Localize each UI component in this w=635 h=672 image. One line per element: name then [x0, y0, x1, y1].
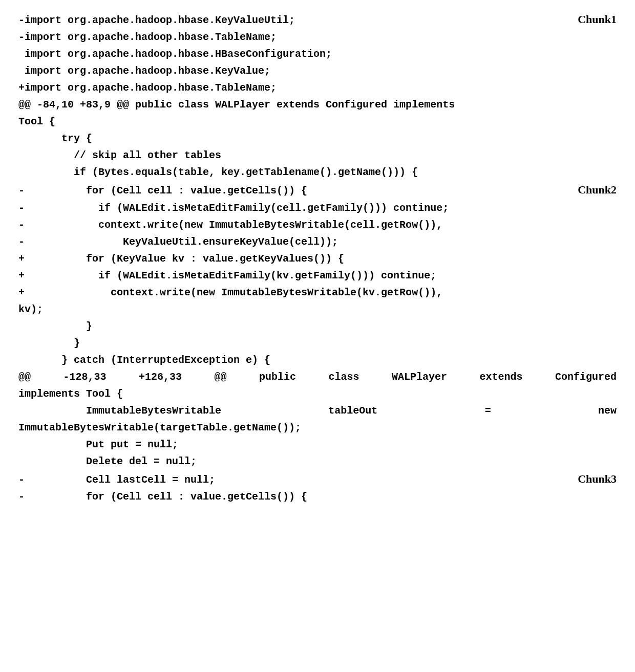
diff-line: try { — [18, 130, 617, 147]
hunk-header: @@ -128,33 +126,33 @@ public class WALPl… — [18, 368, 617, 385]
code-text: - Cell lastCell = null; — [18, 471, 215, 488]
diff-line: + context.write(new ImmutableBytesWritab… — [18, 284, 617, 301]
code-text: try { — [18, 130, 92, 147]
code-text: new — [598, 402, 617, 419]
code-text: public — [259, 368, 296, 385]
code-text: -import org.apache.hadoop.hbase.TableNam… — [18, 29, 277, 46]
diff-line: + if (WALEdit.isMetaEditFamily(kv.getFam… — [18, 267, 617, 284]
diff-line: - KeyValueUtil.ensureKeyValue(cell)); — [18, 233, 617, 250]
diff-line: - for (Cell cell : value.getCells()) { — [18, 488, 617, 505]
diff-line: ImmutableBytesWritable(targetTable.getNa… — [18, 419, 617, 436]
diff-line: -import org.apache.hadoop.hbase.TableNam… — [18, 29, 617, 46]
chunk-label-1: Chunk1 — [569, 10, 617, 29]
code-text: -import org.apache.hadoop.hbase.KeyValue… — [18, 12, 295, 29]
code-text: } catch (InterruptedException e) { — [18, 352, 270, 368]
code-text: + if (WALEdit.isMetaEditFamily(kv.getFam… — [18, 267, 436, 284]
code-text: -128,33 — [63, 368, 106, 385]
diff-line: ImmutableBytesWritable tableOut = new — [18, 402, 617, 419]
hunk-header: @@ -84,10 +83,9 @@ public class WALPlaye… — [18, 96, 617, 113]
code-text: ImmutableBytesWritable(targetTable.getNa… — [18, 419, 301, 436]
chunk-label-2: Chunk2 — [569, 181, 617, 199]
code-text: + context.write(new ImmutableBytesWritab… — [18, 284, 442, 301]
code-text: Tool { — [18, 113, 55, 130]
code-text: implements Tool { — [18, 385, 123, 402]
diff-line: - for (Cell cell : value.getCells()) { C… — [18, 181, 617, 199]
diff-line: - Cell lastCell = null; Chunk3 — [18, 470, 617, 488]
code-text: - for (Cell cell : value.getCells()) { — [18, 182, 307, 199]
code-text: - for (Cell cell : value.getCells()) { — [18, 488, 307, 505]
code-text: kv); — [18, 301, 43, 318]
diff-line: + for (KeyValue kv : value.getKeyValues(… — [18, 250, 617, 267]
diff-line: } — [18, 335, 617, 352]
code-text: // skip all other tables — [18, 147, 221, 164]
code-text: if (Bytes.equals(table, key.getTablename… — [18, 164, 418, 181]
code-text: +import org.apache.hadoop.hbase.TableNam… — [18, 79, 277, 96]
diff-line: import org.apache.hadoop.hbase.HBaseConf… — [18, 46, 617, 62]
chunk-label-3: Chunk3 — [569, 470, 617, 488]
diff-line: kv); — [18, 301, 617, 318]
code-text: Put put = null; — [18, 436, 178, 453]
diff-line: - context.write(new ImmutableBytesWritab… — [18, 216, 617, 233]
code-text: } — [18, 318, 92, 335]
code-text: - if (WALEdit.isMetaEditFamily(cell.getF… — [18, 200, 449, 216]
code-text: Configured — [555, 368, 617, 385]
diff-line: Put put = null; — [18, 436, 617, 453]
diff-line: if (Bytes.equals(table, key.getTablename… — [18, 164, 617, 181]
diff-line: Delete del = null; — [18, 453, 617, 470]
code-text: @@ — [214, 368, 226, 385]
code-text: extends — [479, 368, 522, 385]
code-text: @@ -84,10 +83,9 @@ public class WALPlaye… — [18, 96, 455, 113]
diff-line: // skip all other tables — [18, 147, 617, 164]
code-text: } — [18, 335, 80, 352]
diff-line: } — [18, 318, 617, 335]
code-text: @@ — [18, 368, 31, 385]
diff-line: +import org.apache.hadoop.hbase.TableNam… — [18, 79, 617, 96]
code-text: + for (KeyValue kv : value.getKeyValues(… — [18, 250, 344, 267]
code-text: import org.apache.hadoop.hbase.HBaseConf… — [18, 46, 332, 62]
code-text: - KeyValueUtil.ensureKeyValue(cell)); — [18, 233, 338, 250]
code-text: Delete del = null; — [18, 453, 197, 470]
diff-line: Tool { — [18, 113, 617, 130]
code-text: ImmutableBytesWritable — [18, 402, 221, 419]
diff-line: import org.apache.hadoop.hbase.KeyValue; — [18, 62, 617, 79]
diff-line: implements Tool { — [18, 385, 617, 402]
diff-line: } catch (InterruptedException e) { — [18, 352, 617, 368]
code-text: tableOut — [328, 402, 377, 419]
code-text: - context.write(new ImmutableBytesWritab… — [18, 216, 442, 233]
diff-line: -import org.apache.hadoop.hbase.KeyValue… — [18, 10, 617, 29]
code-text: +126,33 — [139, 368, 182, 385]
code-text: class — [328, 368, 359, 385]
code-text: WALPlayer — [392, 368, 447, 385]
code-text: import org.apache.hadoop.hbase.KeyValue; — [18, 62, 270, 79]
code-text: = — [485, 402, 491, 419]
diff-line: - if (WALEdit.isMetaEditFamily(cell.getF… — [18, 200, 617, 216]
